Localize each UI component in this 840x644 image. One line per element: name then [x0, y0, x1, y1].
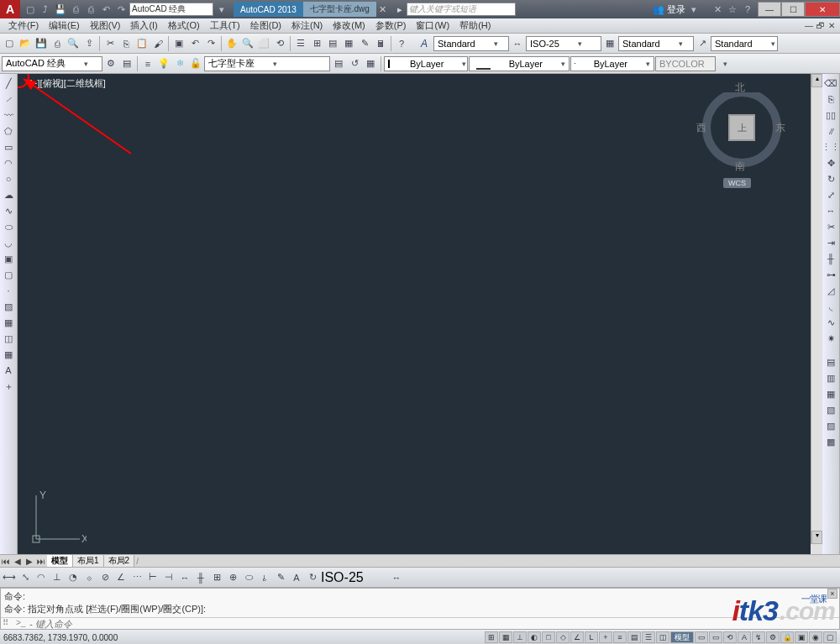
layer-props-icon[interactable]: ≡: [140, 56, 155, 71]
blend-icon[interactable]: ∿: [823, 315, 838, 330]
dim-radius-icon[interactable]: ◔: [66, 570, 81, 585]
tab-nav-first-icon[interactable]: ⏮: [0, 557, 12, 566]
draworder3-icon[interactable]: ▦: [823, 386, 838, 401]
file-tab-close-icon[interactable]: ✕: [376, 3, 390, 16]
scale-icon[interactable]: ⤢: [823, 187, 838, 202]
sheet-tab-model[interactable]: 模型: [47, 555, 73, 567]
annovis-icon[interactable]: A: [738, 631, 751, 643]
autocad-logo-icon[interactable]: A: [0, 0, 20, 18]
menu-window[interactable]: 窗口(W): [411, 19, 454, 32]
dim-style-combo2[interactable]: ISO-25: [321, 570, 388, 585]
menu-draw[interactable]: 绘图(D): [245, 19, 286, 32]
linetype-combo[interactable]: ByLayer: [469, 56, 570, 71]
array-icon[interactable]: ⋮⋮: [823, 139, 838, 154]
new-file-icon[interactable]: ▢: [2, 36, 17, 51]
sheet-tab-layout1[interactable]: 布局1: [73, 555, 104, 567]
menu-view[interactable]: 视图(V): [85, 19, 126, 32]
revcloud-icon[interactable]: ☁: [1, 187, 16, 202]
ellipsearc-icon[interactable]: ◡: [1, 235, 16, 250]
addselected-icon[interactable]: ＋: [1, 379, 16, 394]
erase-icon[interactable]: ⌫: [823, 76, 838, 91]
otrack-button[interactable]: ∠: [570, 631, 584, 643]
help-icon[interactable]: ?: [741, 3, 754, 16]
mleader-style-icon[interactable]: ↗: [695, 36, 710, 51]
tolerance-icon[interactable]: ⊞: [209, 570, 224, 585]
dim-break-icon[interactable]: ╫: [193, 570, 208, 585]
favorite-icon[interactable]: ☆: [726, 3, 739, 16]
drawing-canvas[interactable]: [−][俯视][二维线框] Y X 北 南 西 东 上 WCS: [18, 74, 811, 554]
plot-preview-icon[interactable]: 🔍: [66, 36, 81, 51]
annoscale-icon[interactable]: ⟲: [723, 631, 737, 643]
color-combo[interactable]: ByLayer: [384, 56, 468, 71]
workspace-icon[interactable]: ⚙: [766, 631, 780, 643]
viewcube-north[interactable]: 北: [735, 81, 745, 95]
draworder-icon[interactable]: ▤: [823, 354, 838, 369]
saveas-icon[interactable]: ⎙: [69, 3, 82, 16]
draworder5-icon[interactable]: ▨: [823, 418, 838, 433]
zoom-window-icon[interactable]: ⬜: [256, 36, 271, 51]
doc-minimize-icon[interactable]: —: [805, 21, 813, 30]
draworder4-icon[interactable]: ▧: [823, 402, 838, 417]
vertical-scrollbar[interactable]: [811, 74, 822, 544]
maximize-button[interactable]: ☐: [781, 2, 805, 17]
lineweight-combo[interactable]: ByLayer: [570, 56, 654, 71]
dim-angular-icon[interactable]: ∠: [113, 570, 129, 585]
inspect-icon[interactable]: ⬭: [241, 570, 256, 585]
dim-baseline-icon[interactable]: ⊢: [145, 570, 160, 585]
layer-on-icon[interactable]: 💡: [156, 56, 171, 71]
menu-insert[interactable]: 插入(I): [125, 19, 162, 32]
centermark-icon[interactable]: ⊕: [225, 570, 240, 585]
dimtedit-icon[interactable]: A: [289, 570, 304, 585]
dimedit-icon[interactable]: ✎: [273, 570, 288, 585]
tab-nav-prev-icon[interactable]: ◀: [12, 557, 24, 566]
lwt-button[interactable]: ≡: [613, 631, 627, 643]
arc-icon[interactable]: ◠: [1, 155, 16, 170]
coords-display[interactable]: 6683.7362, 1739.1970, 0.0000: [3, 633, 118, 642]
explode-icon[interactable]: ✷: [823, 331, 838, 346]
trim-icon[interactable]: ✂: [823, 219, 838, 234]
qat-dropdown-icon[interactable]: ▾: [215, 3, 228, 16]
mleader-style-combo[interactable]: Standard: [711, 36, 778, 51]
tab-nav-next-icon[interactable]: ▶: [24, 557, 35, 566]
designcenter-icon[interactable]: ⊞: [309, 36, 324, 51]
layer-combo[interactable]: 七字型卡座: [204, 56, 330, 71]
command-input[interactable]: [29, 619, 837, 629]
search-input[interactable]: 键入关键字或短语: [407, 3, 516, 16]
zoom-realtime-icon[interactable]: 🔍: [240, 36, 255, 51]
dim-continue-icon[interactable]: ⊣: [161, 570, 176, 585]
mirror-icon[interactable]: ▯▯: [823, 107, 838, 123]
dim-style-combo[interactable]: ISO-25: [526, 36, 601, 51]
markup-icon[interactable]: ✎: [357, 36, 372, 51]
viewcube-east[interactable]: 东: [775, 121, 785, 135]
doc-close-icon[interactable]: ✕: [828, 21, 835, 30]
hatch-icon[interactable]: ▨: [1, 299, 16, 314]
dim-linear-icon[interactable]: ⟷: [2, 570, 17, 585]
viewcube-south[interactable]: 南: [735, 160, 745, 174]
chamfer-icon[interactable]: ◿: [823, 283, 838, 298]
publish-icon[interactable]: ⇪: [81, 36, 97, 51]
save-icon[interactable]: 💾: [54, 3, 67, 16]
layer-state-icon[interactable]: ▤: [331, 56, 346, 71]
qp-button[interactable]: ☰: [642, 631, 655, 643]
cmd-handle-icon[interactable]: ⠿: [3, 618, 14, 630]
open-icon[interactable]: ⤴: [39, 3, 52, 16]
open-file-icon[interactable]: 📂: [18, 36, 33, 51]
move-icon[interactable]: ✥: [823, 155, 838, 170]
plot-icon[interactable]: ⎙: [84, 3, 97, 16]
viewcube-west[interactable]: 西: [696, 121, 706, 135]
menu-modify[interactable]: 修改(M): [328, 19, 370, 32]
dim-space-icon[interactable]: ↔: [177, 570, 192, 585]
dim-jogged-icon[interactable]: ⟐: [81, 570, 97, 585]
undo2-icon[interactable]: ↶: [187, 36, 202, 51]
annoauto-icon[interactable]: ↯: [752, 631, 765, 643]
block-editor-icon[interactable]: ▣: [171, 36, 186, 51]
jogged-linear-icon[interactable]: ⫰: [257, 570, 272, 585]
fillet-icon[interactable]: ◟: [823, 299, 838, 314]
draworder2-icon[interactable]: ▥: [823, 370, 838, 385]
dyn-button[interactable]: +: [599, 631, 612, 643]
ortho-button[interactable]: ⊥: [513, 631, 527, 643]
viewcube[interactable]: 北 南 西 东 上 WCS: [693, 79, 785, 188]
copy-icon[interactable]: ⎘: [118, 36, 134, 51]
ellipse-icon[interactable]: ⬭: [1, 219, 16, 234]
signin-icon[interactable]: 👥: [652, 3, 665, 16]
